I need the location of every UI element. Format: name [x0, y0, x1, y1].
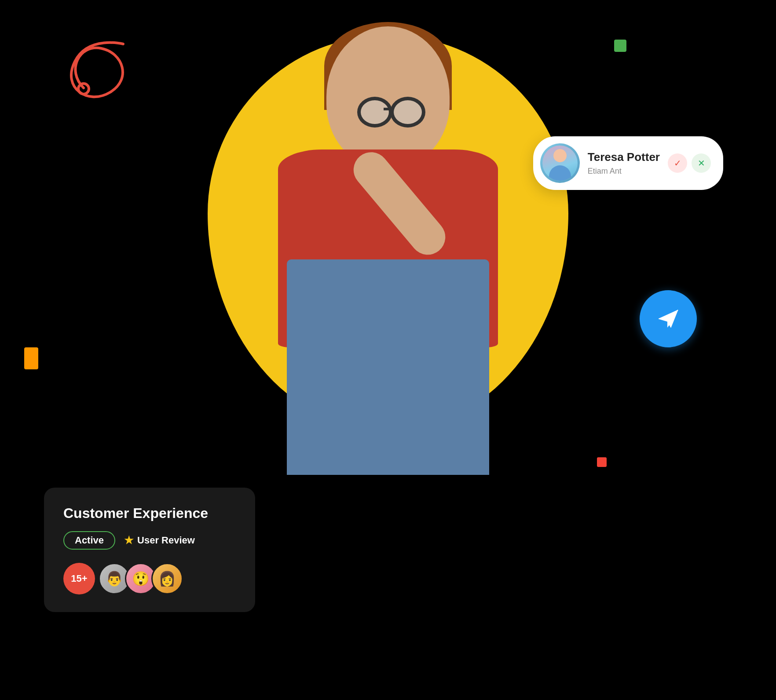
active-badge[interactable]: Active [63, 531, 115, 550]
head [326, 26, 450, 167]
main-scene: Teresa Potter Etiam Ant ✓ ✕ Customer Exp… [0, 0, 776, 700]
avatar-body-shape [549, 165, 571, 181]
teresa-avatar [540, 143, 580, 183]
glasses-left [357, 97, 392, 128]
avatar-man: 👨 [99, 563, 130, 594]
teresa-info: Teresa Potter Etiam Ant [588, 150, 660, 176]
send-button-circle[interactable] [640, 290, 697, 347]
teresa-avatar-inner [542, 146, 578, 181]
count-circle: 15+ [63, 563, 95, 594]
orange-square-decoration [24, 347, 38, 369]
review-label: User Review [137, 535, 195, 546]
teresa-card: Teresa Potter Etiam Ant ✓ ✕ [533, 136, 723, 190]
avatar-man-face: 👨 [100, 564, 129, 593]
green-square-decoration [614, 40, 626, 52]
avatar-stack: 👨 😲 👩 [99, 563, 183, 594]
accept-button[interactable]: ✓ [668, 153, 687, 173]
person-image [221, 13, 555, 475]
avatar-head-shape [553, 149, 567, 162]
star-icon: ★ [124, 534, 134, 547]
glasses-right [390, 97, 425, 128]
avatar-woman: 👩 [151, 563, 183, 594]
red-swirl-icon [53, 26, 141, 123]
teresa-subtitle: Etiam Ant [588, 167, 660, 176]
customer-card-title: Customer Experience [63, 505, 236, 521]
paper-plane-icon [655, 306, 681, 332]
overalls [287, 259, 489, 475]
glasses-bridge [384, 108, 392, 110]
user-review-badge: ★ User Review [124, 534, 195, 547]
avatar-surprised-face: 😲 [126, 564, 155, 593]
avatar-woman-face: 👩 [153, 564, 182, 593]
reject-button[interactable]: ✕ [692, 153, 711, 173]
avatars-row: 15+ 👨 😲 👩 [63, 563, 236, 594]
teresa-name: Teresa Potter [588, 150, 660, 164]
customer-badges-row: Active ★ User Review [63, 531, 236, 550]
red-square-decoration [597, 457, 607, 467]
avatar-surprised: 😲 [125, 563, 157, 594]
teresa-actions: ✓ ✕ [668, 153, 711, 173]
customer-experience-card: Customer Experience Active ★ User Review… [44, 488, 255, 612]
